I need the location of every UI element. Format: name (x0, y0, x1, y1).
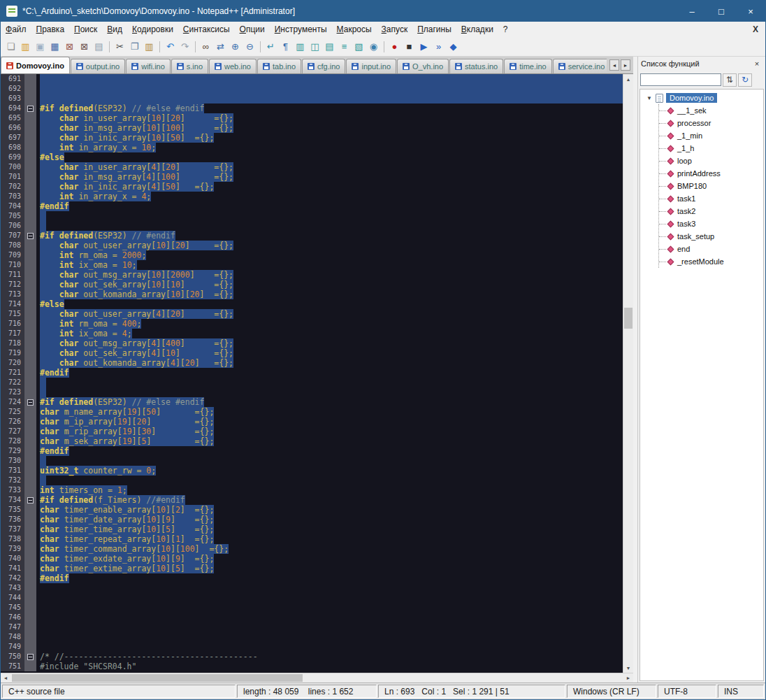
tree-function-item[interactable]: printAddress (659, 167, 763, 180)
code-line[interactable]: 737char timer_time_array[10][5] ={}; (1, 524, 623, 534)
code-line[interactable]: 741char timer_extime_array[10][5] ={}; (1, 564, 623, 573)
close-icon[interactable]: ⊠ (63, 40, 76, 53)
code-line[interactable]: 698 int in_array_x = 10; (1, 143, 623, 152)
tree-function-item[interactable]: _resetModule (659, 255, 763, 268)
code-line[interactable]: 723 (1, 387, 623, 397)
undo-icon[interactable]: ↶ (164, 40, 177, 53)
tab-scroll-left-button[interactable]: ◄ (609, 59, 619, 71)
tree-function-item[interactable]: BMP180 (659, 180, 763, 192)
redo-icon[interactable]: ↷ (178, 40, 192, 53)
code-line[interactable]: 745 (1, 603, 623, 613)
vertical-scroll-thumb[interactable] (624, 308, 633, 329)
fold-collapse-icon[interactable] (27, 399, 34, 406)
code-line[interactable]: 718 char out_msg_array[4][400] ={}; (1, 338, 623, 348)
code-line[interactable]: 721#endif (1, 368, 623, 378)
menu-item[interactable]: Запуск (377, 22, 413, 36)
macro-record-icon[interactable]: ● (388, 40, 401, 53)
document-map-icon[interactable]: ▤ (323, 40, 336, 53)
code-line[interactable]: 748 (1, 632, 623, 642)
code-line[interactable]: 719 char out_sek_array[4][10] ={}; (1, 348, 623, 358)
zoom-in-icon[interactable]: ⊕ (229, 40, 242, 53)
tree-function-item[interactable]: end (659, 243, 763, 255)
code-line[interactable]: 725char m_name_array[19][50] ={}; (1, 407, 623, 417)
menu-item[interactable]: Синтаксисы (178, 22, 235, 36)
word-wrap-icon[interactable]: ↵ (264, 40, 277, 53)
code-line[interactable]: 750/* //--------------------------------… (1, 652, 623, 662)
code-line[interactable]: 724#if defined(ESP32) // #else #endif (1, 397, 623, 407)
code-line[interactable]: 693 (1, 94, 623, 103)
menu-item[interactable]: Макросы (332, 22, 377, 36)
cut-icon[interactable]: ✂ (113, 40, 127, 53)
code-line[interactable]: 696 char in_msg_array[10][100] ={}; (1, 123, 623, 133)
sort-button[interactable]: ⇅ (723, 73, 737, 87)
code-line[interactable]: 716 int rm_oma = 400; (1, 319, 623, 329)
code-line[interactable]: 722 (1, 378, 623, 387)
code-line[interactable]: 735char timer_enable_array[10][2] ={}; (1, 505, 623, 515)
code-line[interactable]: 728char m_sek_array[19][5] ={}; (1, 436, 623, 446)
menu-item[interactable]: Файл (1, 22, 31, 36)
editor[interactable]: 691692693694#if defined(ESP32) // #else … (1, 74, 633, 673)
fold-collapse-icon[interactable] (27, 497, 34, 503)
tab-status-ino[interactable]: status.ino (449, 59, 503, 73)
collapse-arrow-icon[interactable]: ▼ (646, 95, 653, 101)
new-file-icon[interactable]: ❏ (4, 40, 17, 53)
paste-icon[interactable]: ▥ (143, 40, 156, 53)
tab-web-ino[interactable]: web.ino (209, 59, 256, 73)
tree-root-item[interactable]: ▼Domovoy.ino (640, 92, 763, 104)
macro-play-icon[interactable]: ▶ (417, 40, 431, 53)
fold-collapse-icon[interactable] (27, 233, 34, 239)
tab-wifi-ino[interactable]: wifi.ino (126, 59, 171, 73)
menu-item[interactable]: ? (498, 22, 513, 36)
tree-function-item[interactable]: __1_sek (659, 104, 763, 117)
code-line[interactable]: 743 (1, 583, 623, 593)
maximize-button[interactable]: □ (707, 1, 736, 22)
code-line[interactable]: 732 (1, 476, 623, 485)
tab-domovoy-ino[interactable]: Domovoy.ino (1, 57, 70, 73)
code-line[interactable]: 717 int ix_oma = 4; (1, 329, 623, 338)
replace-icon[interactable]: ⇄ (214, 40, 227, 53)
tree-function-item[interactable]: _1_h (659, 142, 763, 155)
code-line[interactable]: 727char m_rip_array[19][30] ={}; (1, 427, 623, 436)
code-line[interactable]: 733int timers_on = 1; (1, 485, 623, 495)
menu-item[interactable]: Плагины (412, 22, 456, 36)
code-line[interactable]: 713 char out_komanda_array[10][20] ={}; (1, 290, 623, 299)
code-line[interactable]: 710 int ix_oma = 10; (1, 260, 623, 270)
editor-hscrollbar[interactable]: ◄ ► (1, 673, 633, 683)
code-line[interactable]: 730 (1, 456, 623, 466)
menu-item[interactable]: Кодировки (127, 22, 178, 36)
function-list-icon[interactable]: ≡ (338, 40, 351, 53)
function-list-close-button[interactable]: × (751, 59, 763, 68)
scroll-right-icon[interactable]: ► (623, 673, 633, 683)
code-line[interactable]: 705 (1, 211, 623, 221)
code-line[interactable]: 731uint32_t counter_rw = 0; (1, 466, 623, 476)
split-view-icon[interactable]: ◫ (308, 40, 321, 53)
menu-close-x-button[interactable]: X (746, 24, 765, 34)
monitoring-icon[interactable]: ◉ (367, 40, 380, 53)
code-line[interactable]: 749 (1, 642, 623, 652)
tab-o_vh-ino[interactable]: O_vh.ino (397, 59, 449, 73)
code-line[interactable]: 708 char out_user_array[10][20] ={}; (1, 241, 623, 250)
menu-item[interactable]: Вид (102, 22, 127, 36)
tree-function-item[interactable]: _1_min (659, 129, 763, 142)
show-all-characters-icon[interactable]: ¶ (279, 40, 292, 53)
code-line[interactable]: 744 (1, 593, 623, 603)
tree-function-item[interactable]: processor (659, 117, 763, 129)
menu-item[interactable]: Поиск (69, 22, 102, 36)
code-line[interactable]: 697 char in_inic_array[10][50] ={}; (1, 133, 623, 143)
code-line[interactable]: 736char timer_date_array[10][9] ={}; (1, 515, 623, 524)
code-line[interactable]: 746 (1, 613, 623, 622)
code-line[interactable]: 747 (1, 622, 623, 632)
copy-icon[interactable]: ❐ (128, 40, 141, 53)
code-line[interactable]: 738char timer_repeat_array[10][1] ={}; (1, 534, 623, 544)
code-line[interactable]: 694#if defined(ESP32) // #else #endif (1, 103, 623, 113)
code-line[interactable]: 695 char in_user_array[10][20] ={}; (1, 113, 623, 123)
reload-button[interactable]: ↻ (738, 73, 752, 87)
fold-collapse-icon[interactable] (27, 654, 34, 660)
tree-function-item[interactable]: task_setup (659, 230, 763, 243)
code-line[interactable]: 742#endif (1, 573, 623, 583)
tab-service-ino[interactable]: service.ino (553, 59, 607, 73)
tab-tab-ino[interactable]: tab.ino (257, 59, 301, 73)
tree-function-item[interactable]: loop (659, 155, 763, 167)
editor-vscrollbar[interactable]: ▲ ▼ (623, 74, 633, 673)
code-line[interactable]: 751#include "SHCSR04.h" (1, 662, 623, 671)
